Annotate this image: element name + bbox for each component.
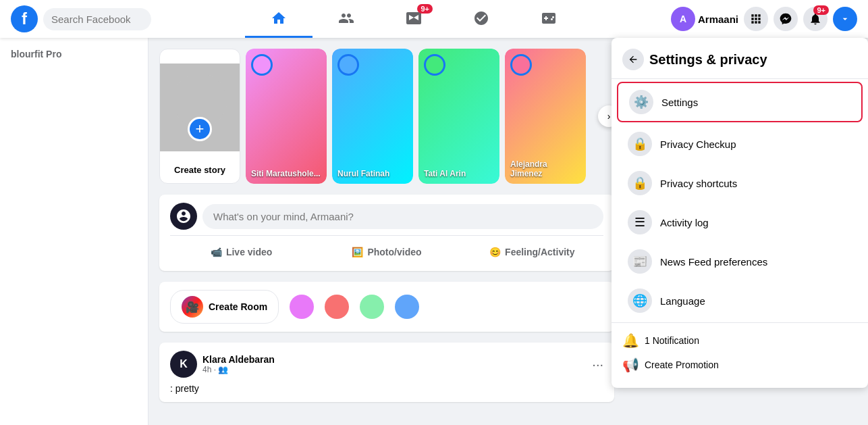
- user-name-label: Armaani: [698, 14, 738, 25]
- dropdown-privacy-checkup-item[interactable]: 🔒 Privacy Checkup: [617, 125, 863, 163]
- create-story-card[interactable]: + Create story: [159, 49, 240, 184]
- nav-left: f: [11, 5, 159, 32]
- feeling-icon: 😊: [489, 247, 501, 257]
- post-box: 📹 Live video 🖼️ Photo/video 😊 Feeling/Ac…: [159, 195, 614, 271]
- story-avatar-tati: [424, 54, 445, 76]
- activity-log-label: Activity log: [660, 217, 709, 228]
- dropdown-settings-item[interactable]: ⚙️ Settings: [617, 82, 863, 122]
- notification-bell-icon: 🔔: [622, 332, 639, 349]
- photo-video-icon: 🖼️: [352, 247, 363, 257]
- photo-video-label: Photo/video: [367, 247, 421, 257]
- account-menu-button[interactable]: [833, 7, 857, 31]
- user-avatar: A: [671, 7, 695, 31]
- sidebar-brand: blourfit Pro: [5, 43, 142, 65]
- create-promotion-item[interactable]: 📢 Create Promotion: [622, 353, 857, 377]
- create-room-button[interactable]: 🎥 Create Room: [170, 290, 279, 324]
- post-text: : pretty: [170, 383, 603, 394]
- settings-label: Settings: [661, 97, 698, 108]
- language-icon: 🌐: [628, 289, 652, 313]
- top-navigation: f 9+ A Armaani: [0, 0, 868, 38]
- live-video-button[interactable]: 📹 Live video: [170, 241, 313, 263]
- create-room-row: 🎥 Create Room: [159, 282, 614, 332]
- create-story-label: Create story: [174, 165, 225, 175]
- nav-watch-button[interactable]: 9+: [380, 0, 447, 38]
- stories-container: + Create story Siti Maratushole...: [159, 49, 614, 184]
- create-room-label: Create Room: [209, 301, 267, 312]
- photo-video-button[interactable]: 🖼️ Photo/video: [315, 241, 458, 263]
- dropdown-title: Settings & privacy: [649, 52, 767, 68]
- dropdown-back-button[interactable]: [622, 49, 644, 70]
- privacy-shortcuts-label: Privacy shortcuts: [660, 178, 737, 189]
- post-user-info: Klara Aldebaran 4h · 👥: [202, 354, 587, 374]
- feed-area: + Create story Siti Maratushole...: [148, 38, 625, 425]
- notifications-button[interactable]: 9+: [803, 7, 828, 31]
- privacy-checkup-icon: 🔒: [628, 132, 652, 156]
- facebook-logo: f: [11, 5, 38, 32]
- contact-avatar-3: [360, 295, 384, 319]
- dropdown-activity-log-item[interactable]: ☰ Activity log: [617, 203, 863, 241]
- contact-avatar-4: [395, 295, 419, 319]
- privacy-checkup-label: Privacy Checkup: [660, 139, 736, 150]
- watch-badge: 9+: [417, 4, 433, 14]
- nav-right: A Armaani 9+: [668, 7, 857, 31]
- messenger-button[interactable]: [774, 7, 798, 31]
- settings-icon: ⚙️: [629, 90, 653, 114]
- story-name-nurul: Nurul Fatinah: [337, 169, 408, 178]
- search-input[interactable]: [43, 8, 151, 30]
- nav-center: 9+: [159, 0, 668, 38]
- post-meta: 4h · 👥: [202, 365, 587, 374]
- create-promotion-label: Create Promotion: [645, 359, 719, 370]
- room-icon: 🎥: [182, 296, 203, 318]
- nav-user-profile[interactable]: A Armaani: [671, 7, 738, 31]
- story-siti[interactable]: Siti Maratushole...: [246, 49, 327, 184]
- dropdown-news-feed-item[interactable]: 📰 News Feed preferences: [617, 243, 863, 280]
- nav-gaming-button[interactable]: [515, 0, 582, 38]
- nav-home-button[interactable]: [245, 0, 313, 38]
- dropdown-language-item[interactable]: 🌐 Language: [617, 282, 863, 320]
- apps-grid-button[interactable]: [744, 7, 768, 31]
- post-more-button[interactable]: ···: [592, 357, 603, 372]
- settings-privacy-dropdown: Settings & privacy ⚙️ Settings 🔒 Privacy…: [612, 38, 868, 388]
- feeling-label: Feeling/Activity: [505, 247, 574, 257]
- post-header: K Klara Aldebaran 4h · 👥 ···: [170, 351, 603, 378]
- post-user-avatar: [170, 203, 197, 230]
- story-alejandra[interactable]: Alejandra Jimenez: [505, 49, 586, 184]
- story-avatar-alejandra: [510, 54, 532, 76]
- live-video-label: Live video: [226, 247, 272, 257]
- post-actions: 📹 Live video 🖼️ Photo/video 😊 Feeling/Ac…: [170, 235, 603, 263]
- left-sidebar: blourfit Pro: [0, 38, 148, 425]
- story-name-alejandra: Alejandra Jimenez: [510, 159, 580, 178]
- activity-log-icon: ☰: [628, 210, 652, 234]
- stories-row: + Create story Siti Maratushole...: [159, 49, 614, 184]
- contact-avatar-1: [290, 295, 314, 319]
- feed-post-card: K Klara Aldebaran 4h · 👥 ··· : pretty: [159, 343, 614, 402]
- dropdown-privacy-shortcuts-item[interactable]: 🔒 Privacy shortcuts: [617, 164, 863, 202]
- story-avatar-nurul: [337, 54, 359, 76]
- news-feed-label: News Feed preferences: [660, 256, 767, 268]
- story-avatar-siti: [251, 54, 273, 76]
- post-input[interactable]: [202, 204, 603, 229]
- story-name-siti: Siti Maratushole...: [251, 169, 321, 178]
- language-label: Language: [660, 295, 705, 307]
- privacy-shortcuts-icon: 🔒: [628, 171, 652, 195]
- story-name-tati: Tati Al Arin: [424, 169, 494, 178]
- story-tati[interactable]: Tati Al Arin: [418, 49, 499, 184]
- post-author-name: Klara Aldebaran: [202, 354, 587, 365]
- post-box-top: [170, 203, 603, 230]
- story-nurul[interactable]: Nurul Fatinah: [332, 49, 413, 184]
- contact-avatar-2: [325, 295, 349, 319]
- post-author-avatar: K: [170, 351, 197, 378]
- feeling-activity-button[interactable]: 😊 Feeling/Activity: [461, 241, 603, 263]
- notifications-badge: 9+: [813, 5, 829, 15]
- nav-groups-button[interactable]: [447, 0, 515, 38]
- dropdown-header: Settings & privacy: [612, 43, 868, 79]
- news-feed-icon: 📰: [628, 249, 652, 274]
- story-create-plus-icon: +: [188, 117, 212, 141]
- notification-item[interactable]: 🔔 1 Notification: [622, 328, 857, 353]
- notification-label: 1 Notification: [645, 335, 699, 346]
- notif-section: 🔔 1 Notification 📢 Create Promotion: [612, 322, 868, 382]
- promotion-icon: 📢: [622, 357, 639, 373]
- nav-friends-button[interactable]: [313, 0, 380, 38]
- live-video-icon: 📹: [211, 247, 222, 257]
- post-visibility: 👥: [218, 365, 228, 374]
